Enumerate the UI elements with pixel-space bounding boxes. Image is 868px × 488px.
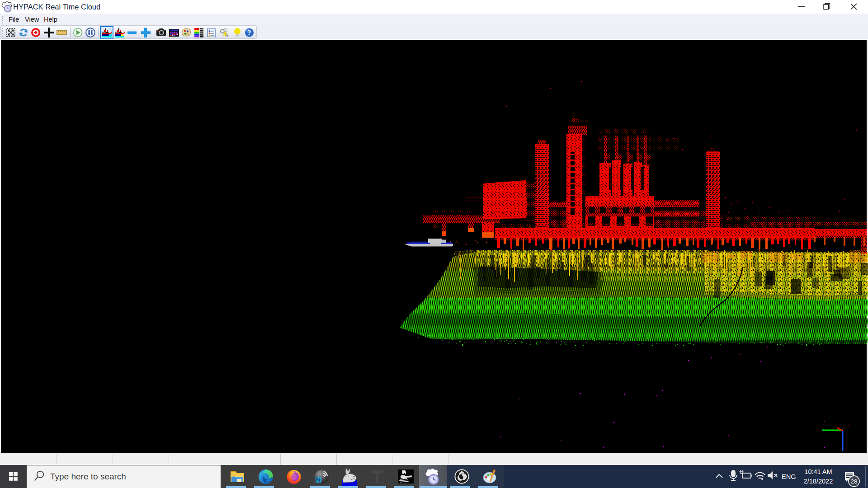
svg-text:28: 28 [850, 478, 857, 485]
svg-text:?: ? [247, 28, 251, 37]
